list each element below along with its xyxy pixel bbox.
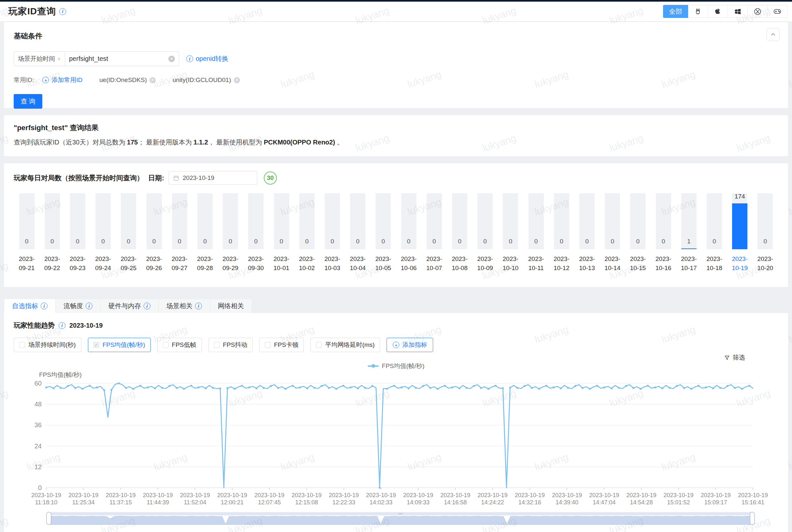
svg-text:2023-10-19: 2023-10-19	[701, 492, 731, 498]
metric-chip[interactable]: ✓FPS均值(帧/秒)	[88, 338, 151, 352]
bar-column[interactable]: 02023-09-28	[193, 193, 217, 272]
bar-column[interactable]: 02023-10-08	[448, 193, 471, 272]
bar-track: 174	[732, 193, 748, 249]
gamepad-icon[interactable]	[768, 5, 788, 18]
info-icon[interactable]: i	[59, 322, 66, 329]
bar-column[interactable]: 02023-10-13	[575, 193, 598, 272]
datazoom-slider-svg[interactable]	[14, 512, 772, 525]
bar-column[interactable]: 02023-09-24	[92, 193, 115, 272]
bar-column[interactable]: 02023-09-27	[168, 193, 191, 272]
bar-column[interactable]: 02023-10-07	[422, 193, 446, 272]
time-field-select[interactable]: 场景开始时间 ∨	[14, 52, 65, 66]
metric-chip[interactable]: 平均网络延时(ms)	[310, 338, 380, 352]
player-id-input[interactable]: perfsight_test ✕	[65, 52, 179, 66]
svg-text:2023-10-19: 2023-10-19	[292, 492, 321, 498]
query-result-title: "perfsight_test" 查询结果	[14, 123, 778, 133]
bar-column[interactable]: 02023-10-16	[652, 193, 675, 272]
bar-column[interactable]: 02023-09-23	[66, 193, 89, 272]
chart-legend[interactable]: FPS均值(帧/秒)	[14, 362, 778, 370]
svg-text:11:25:34: 11:25:34	[72, 499, 95, 506]
checkbox[interactable]	[316, 342, 322, 348]
platform-all-button[interactable]: 全部	[663, 5, 688, 18]
collapse-button[interactable]	[767, 28, 780, 41]
tab-自选指标[interactable]: 自选指标i	[4, 299, 55, 313]
metric-chip[interactable]: 场景持续时间(秒)	[14, 338, 81, 352]
bar-column[interactable]: 02023-09-29	[219, 193, 242, 272]
clear-input-icon[interactable]: ✕	[168, 56, 175, 62]
metric-chip[interactable]: FPS卡顿	[259, 338, 304, 352]
svg-text:11:44:39: 11:44:39	[147, 499, 169, 506]
metric-chip[interactable]: FPS抖动	[208, 338, 253, 352]
tab-场景相关[interactable]: 场景相关i	[158, 299, 210, 313]
bar-date-label: 2023-10-19	[732, 254, 748, 272]
bar-column[interactable]: 02023-09-25	[117, 193, 140, 272]
add-metric-button[interactable]: +添加指标	[387, 338, 433, 352]
remove-tag-icon[interactable]: ✕	[234, 77, 240, 83]
bar-column[interactable]: 02023-10-15	[626, 193, 650, 272]
metric-chip[interactable]: FPS低帧	[157, 338, 202, 352]
checkbox[interactable]	[163, 342, 169, 348]
checkbox[interactable]	[214, 342, 220, 348]
windows-icon[interactable]	[728, 5, 748, 18]
date-picker-input[interactable]: 2023-10-19	[169, 171, 257, 185]
chevron-down-icon: ∨	[57, 56, 61, 61]
add-common-id-button[interactable]: + 添加常用ID	[42, 76, 82, 84]
legend-label: FPS均值(帧/秒)	[382, 362, 425, 370]
bar-column[interactable]: 02023-09-30	[244, 193, 268, 272]
bar-value: 0	[270, 238, 293, 245]
svg-text:2023-10-19: 2023-10-19	[738, 492, 768, 498]
bar-column[interactable]: 02023-10-02	[295, 193, 318, 272]
info-icon: i	[195, 303, 202, 309]
bar-column[interactable]: 1742023-10-19	[728, 193, 752, 272]
bar-column[interactable]: 02023-10-12	[550, 193, 573, 272]
android-icon[interactable]	[688, 5, 708, 18]
svg-text:12:07:45: 12:07:45	[258, 499, 281, 506]
apple-icon[interactable]	[708, 5, 728, 18]
bar-column[interactable]: 02023-10-03	[320, 193, 344, 272]
tab-网络相关[interactable]: 网络相关	[210, 299, 252, 313]
remove-tag-icon[interactable]: ✕	[149, 77, 156, 83]
bar-column[interactable]: 02023-09-22	[40, 193, 64, 272]
query-button[interactable]: 查 询	[14, 94, 42, 109]
svg-text:2023-10-19: 2023-10-19	[403, 492, 433, 498]
xbox-icon[interactable]	[748, 5, 768, 18]
bar-column[interactable]: 02023-10-09	[474, 193, 497, 272]
bar-column[interactable]: 02023-10-11	[524, 193, 548, 272]
tab-硬件与内存[interactable]: 硬件与内存i	[100, 299, 158, 313]
bar-date-label: 2023-10-04	[350, 254, 366, 272]
openid-convert-link[interactable]: i openid转换	[186, 54, 228, 63]
svg-text:2023-10-19: 2023-10-19	[515, 492, 545, 498]
svg-text:2023-10-19: 2023-10-19	[143, 492, 173, 498]
svg-text:2023-10-19: 2023-10-19	[589, 492, 619, 498]
bar-date-label: 2023-10-17	[681, 254, 697, 272]
filter-button[interactable]: 筛选	[14, 353, 778, 362]
svg-text:14:16:58: 14:16:58	[444, 499, 467, 506]
bar-column[interactable]: 02023-09-21	[15, 193, 38, 272]
info-icon[interactable]: i	[59, 8, 66, 15]
checkbox[interactable]	[265, 342, 271, 348]
bar-track: 0	[121, 193, 136, 249]
bar-column[interactable]: 02023-10-10	[499, 193, 522, 272]
datazoom-handle[interactable]	[750, 512, 755, 525]
bar-column[interactable]: 02023-10-06	[397, 193, 420, 272]
page-title: 玩家ID查询	[8, 5, 56, 18]
result-text: ； 最新使用版本为	[138, 139, 194, 146]
bar-column[interactable]: 02023-10-20	[754, 193, 777, 272]
bar-column[interactable]: 02023-10-04	[346, 193, 370, 272]
bar-track: 0	[44, 193, 60, 249]
bar-column[interactable]: 02023-10-05	[372, 193, 395, 272]
datazoom-handle[interactable]	[47, 512, 51, 525]
datazoom-slider[interactable]	[14, 512, 778, 527]
header-bar: 玩家ID查询 i 全部	[0, 2, 792, 21]
bar-column[interactable]: 02023-09-26	[142, 193, 166, 272]
query-result-card: "perfsight_test" 查询结果 查询到该玩家ID（近30天）对局总数…	[4, 115, 788, 156]
bar-column[interactable]: 02023-10-14	[601, 193, 624, 272]
bar-column[interactable]: 02023-10-01	[270, 193, 293, 272]
trend-header: 玩家性能趋势 i 2023-10-19	[14, 321, 778, 330]
tab-流畅度[interactable]: 流畅度i	[55, 299, 100, 313]
bar-column[interactable]: 12023-10-17	[677, 193, 700, 272]
bar-value: 0	[117, 238, 140, 245]
bar-column[interactable]: 02023-10-18	[702, 193, 726, 272]
checkbox[interactable]: ✓	[93, 342, 99, 348]
checkbox[interactable]	[19, 342, 25, 348]
